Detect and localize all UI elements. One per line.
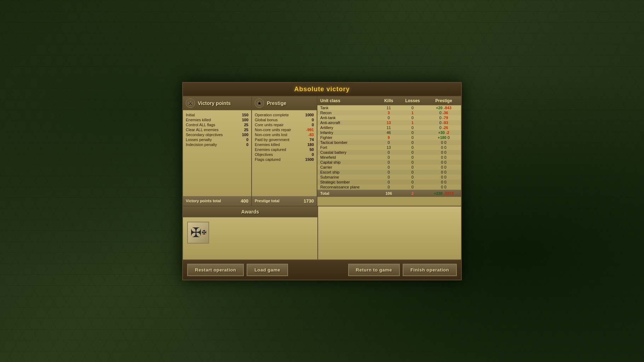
table-row: Submarine 0 0 0 0: [317, 175, 461, 180]
button-bar: Restart operation Load game Return to ga…: [183, 259, 461, 280]
result-modal: Absolute victory ⚔ Victory points Initia…: [182, 82, 462, 280]
prestige-row-noncore-repair: Non-core units repair -991: [255, 127, 314, 132]
table-row: Minefield 0 0 0 0: [317, 155, 461, 160]
table-row: Anti-aircraft 13 1 0 -93: [317, 120, 461, 125]
vp-value-indecision: 0: [246, 142, 248, 147]
table-row: Recon 3 1 0 -36: [317, 110, 461, 115]
vp-header: ⚔ Victory points: [183, 97, 251, 110]
vp-value-losses: 0: [246, 138, 248, 142]
prestige-row-paid-gov: Paid by government 74: [255, 137, 314, 142]
col-kills: Kills: [379, 97, 398, 105]
modal-title-bar: Absolute victory: [183, 83, 461, 97]
prestige-row-op-complete: Operation complete 1000: [255, 112, 314, 117]
prestige-row-core-repair: Core units repair 0: [255, 122, 314, 127]
vp-label-clear-enemies: Clear ALL enemies: [186, 128, 219, 132]
vp-value-control-flags: 25: [244, 123, 248, 127]
awards-panel: Awards ✠: [183, 206, 318, 259]
awards-header: Awards: [183, 206, 317, 217]
vp-label-secondary: Secondary objectives: [186, 133, 223, 137]
vp-label-losses: Losses penalty: [186, 138, 212, 142]
table-row: Infantry 46 0 +30 -2: [317, 130, 461, 135]
prestige-body: Operation complete 1000 Global bonus 0 C…: [252, 110, 317, 206]
vp-total-label: Victory points total: [186, 199, 221, 203]
vp-body: Initial 150 Enemies killed 100 Control A…: [183, 110, 251, 206]
vp-icon: ⚔: [186, 99, 195, 108]
units-total-row: Total 106 2 +230 -1073: [317, 189, 461, 197]
vp-value-clear-enemies: 25: [244, 128, 248, 132]
vp-row-clear-enemies: Clear ALL enemies 25: [186, 127, 248, 132]
units-table-header: Unit class Kills Losses Prestige: [317, 97, 461, 105]
table-row: Strategic bomber 0 0 0 0: [317, 180, 461, 185]
prestige-row-enemies-captured: Enemies captured 50: [255, 147, 314, 152]
col-unit-class: Unit class: [317, 97, 379, 105]
units-table: Unit class Kills Losses Prestige Tank 11…: [317, 97, 461, 197]
vp-rows: Initial 150 Enemies killed 100 Control A…: [183, 110, 251, 149]
prestige-row-objectives: Objectives 0: [255, 152, 314, 157]
prestige-total-value: 1730: [304, 198, 314, 204]
vp-total-value: 400: [241, 198, 248, 204]
table-row: Coastal battery 0 0 0 0: [317, 150, 461, 155]
vp-value-secondary: 100: [242, 133, 248, 137]
prestige-footer: Prestige total 1730: [252, 196, 317, 206]
modal-title: Absolute victory: [294, 86, 350, 93]
prestige-row-global: Global bonus 0: [255, 117, 314, 122]
table-row: Escort ship 0 0 0 0: [317, 170, 461, 175]
prestige-icon: ★: [255, 99, 264, 108]
finish-operation-button[interactable]: Finish operation: [403, 264, 457, 276]
vp-value-initial: 150: [242, 113, 248, 117]
prestige-row-enemies-killed: Enemies killed 180: [255, 142, 314, 147]
prestige-row-noncore-lost: Non-core units lost -83: [255, 132, 314, 137]
vp-label-control-flags: Control ALL flags: [186, 123, 215, 127]
vp-row-losses: Losses penalty 0: [186, 137, 248, 142]
table-row: Reconnaissance plane 0 0 0 0: [317, 185, 461, 190]
empty-panel: [318, 206, 461, 259]
table-row: Anti-tank 0 0 0 -79: [317, 115, 461, 120]
awards-body: ✠: [183, 217, 317, 248]
awards-title: Awards: [241, 209, 259, 215]
restart-button[interactable]: Restart operation: [187, 264, 244, 276]
vp-label-enemies-killed: Enemies killed: [186, 118, 211, 122]
col-losses: Losses: [399, 97, 426, 105]
prestige-row-flags: Flags captured 1500: [255, 157, 314, 162]
return-game-button[interactable]: Return to game: [348, 264, 400, 276]
vp-value-enemies-killed: 100: [242, 118, 248, 122]
victory-points-panel: ⚔ Victory points Initial 150 Enemies kil…: [183, 97, 252, 206]
table-row: Fort 13 0 0 0: [317, 145, 461, 150]
load-game-button[interactable]: Load game: [247, 264, 288, 276]
vp-row-control-flags: Control ALL flags 25: [186, 122, 248, 127]
vp-title: Victory points: [198, 100, 231, 106]
prestige-total-label: Prestige total: [255, 199, 280, 203]
table-row: Fighter 9 0 +180 0: [317, 135, 461, 140]
prestige-rows: Operation complete 1000 Global bonus 0 C…: [252, 110, 317, 164]
vp-label-indecision: Indecision penalty: [186, 142, 217, 147]
top-panels: ⚔ Victory points Initial 150 Enemies kil…: [183, 97, 461, 206]
award-iron-cross: ✠: [187, 222, 209, 244]
table-row: Tactical bomber 0 0 0 0: [317, 140, 461, 145]
table-row: Tank 11 0 +20 -843: [317, 105, 461, 110]
vp-row-enemies-killed: Enemies killed 100: [186, 117, 248, 122]
iron-cross-icon: ✠: [190, 225, 206, 240]
vp-label-initial: Initial: [186, 113, 195, 117]
prestige-title: Prestige: [267, 100, 286, 106]
vp-footer: Victory points total 400: [183, 196, 251, 206]
modal-overlay: Absolute victory ⚔ Victory points Initia…: [0, 0, 644, 362]
prestige-header: ★ Prestige: [252, 97, 317, 110]
vp-row-indecision: Indecision penalty 0: [186, 142, 248, 147]
table-row: Artillery 11 0 0 -26: [317, 125, 461, 130]
modal-content: ⚔ Victory points Initial 150 Enemies kil…: [183, 97, 461, 280]
vp-row-secondary: Secondary objectives 100: [186, 132, 248, 137]
vp-row-initial: Initial 150: [186, 112, 248, 117]
col-prestige: Prestige: [426, 97, 461, 105]
bottom-panels: Awards ✠: [183, 206, 461, 259]
units-panel: Unit class Kills Losses Prestige Tank 11…: [317, 97, 461, 206]
prestige-panel: ★ Prestige Operation complete 1000 Globa…: [252, 97, 317, 206]
table-row: Carrier 0 0 0 0: [317, 165, 461, 170]
table-row: Capital ship 0 0 0 0: [317, 160, 461, 165]
